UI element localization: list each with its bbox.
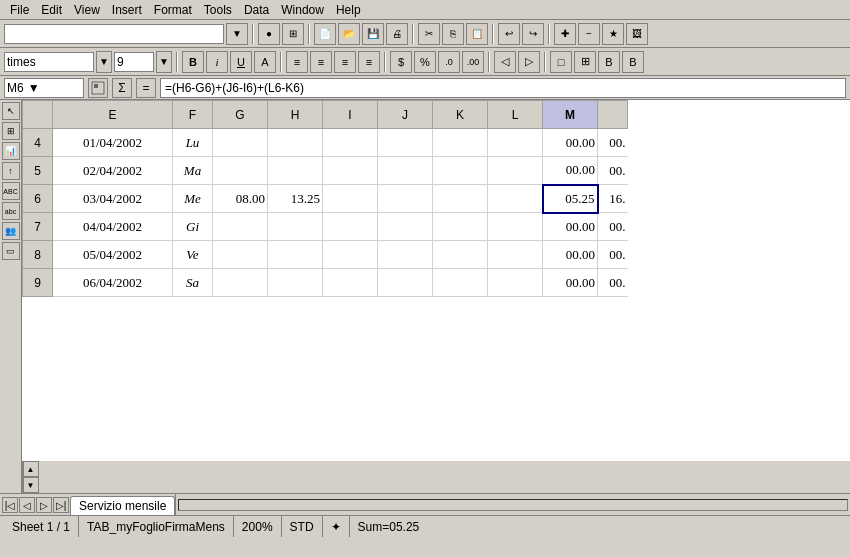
h-scrollbar-track[interactable]: [178, 499, 848, 511]
equals-btn[interactable]: =: [136, 78, 156, 98]
scroll-down-arrow[interactable]: ▼: [23, 477, 39, 493]
sidebar-icon-2[interactable]: ⊞: [2, 122, 20, 140]
borders-btn[interactable]: □: [550, 51, 572, 73]
align-center-btn[interactable]: ≡: [310, 51, 332, 73]
italic-btn[interactable]: i: [206, 51, 228, 73]
paste-btn[interactable]: 📋: [466, 23, 488, 45]
cell-n-8[interactable]: 00.: [598, 241, 628, 269]
cell-l-4[interactable]: [488, 129, 543, 157]
cell-g-4[interactable]: [213, 129, 268, 157]
cell-n-9[interactable]: 00.: [598, 269, 628, 297]
cell-k-7[interactable]: [433, 213, 488, 241]
circle-btn[interactable]: ●: [258, 23, 280, 45]
cell-g-5[interactable]: [213, 157, 268, 185]
sidebar-icon-3[interactable]: 📊: [2, 142, 20, 160]
cell-l-8[interactable]: [488, 241, 543, 269]
sheet-tab-active[interactable]: Servizio mensile: [70, 496, 175, 515]
menu-tools[interactable]: Tools: [198, 1, 238, 19]
indent-dec-btn[interactable]: ◁: [494, 51, 516, 73]
tab-nav-last[interactable]: ▷|: [53, 497, 69, 513]
cell-i-9[interactable]: [323, 269, 378, 297]
sidebar-icon-5[interactable]: ABC: [2, 182, 20, 200]
cell-e-8[interactable]: 05/04/2002: [53, 241, 173, 269]
cell-g-9[interactable]: [213, 269, 268, 297]
menu-window[interactable]: Window: [275, 1, 330, 19]
cell-e-4[interactable]: 01/04/2002: [53, 129, 173, 157]
tab-nav-first[interactable]: |◁: [2, 497, 18, 513]
cell-n-6[interactable]: 16.: [598, 185, 628, 213]
grid-btn[interactable]: ⊞: [282, 23, 304, 45]
tab-nav-next[interactable]: ▷: [36, 497, 52, 513]
indent-inc-btn[interactable]: ▷: [518, 51, 540, 73]
dropdown-arrow-btn[interactable]: ▼: [226, 23, 248, 45]
col-header-l[interactable]: L: [488, 101, 543, 129]
cell-g-6[interactable]: 08.00: [213, 185, 268, 213]
cell-l-5[interactable]: [488, 157, 543, 185]
cell-k-4[interactable]: [433, 129, 488, 157]
cell-h-8[interactable]: [268, 241, 323, 269]
cut-btn[interactable]: ✂: [418, 23, 440, 45]
cell-n-5[interactable]: 00.: [598, 157, 628, 185]
new-btn[interactable]: 📄: [314, 23, 336, 45]
cell-i-4[interactable]: [323, 129, 378, 157]
plus-btn[interactable]: ✚: [554, 23, 576, 45]
col-header-h[interactable]: H: [268, 101, 323, 129]
menu-view[interactable]: View: [68, 1, 106, 19]
align-left-btn[interactable]: ≡: [286, 51, 308, 73]
tab-nav-prev[interactable]: ◁: [19, 497, 35, 513]
sidebar-icon-1[interactable]: ↖: [2, 102, 20, 120]
menu-insert[interactable]: Insert: [106, 1, 148, 19]
col-header-f[interactable]: F: [173, 101, 213, 129]
cell-i-7[interactable]: [323, 213, 378, 241]
redo-btn[interactable]: ↪: [522, 23, 544, 45]
cell-f-9[interactable]: Sa: [173, 269, 213, 297]
minus-btn[interactable]: −: [578, 23, 600, 45]
cell-ref-dropdown[interactable]: ▼: [28, 81, 40, 95]
url-bar[interactable]: [4, 24, 224, 44]
cell-h-4[interactable]: [268, 129, 323, 157]
undo-btn[interactable]: ↩: [498, 23, 520, 45]
cell-m-9[interactable]: 00.00: [543, 269, 598, 297]
cell-l-6[interactable]: [488, 185, 543, 213]
scroll-up-arrow[interactable]: ▲: [23, 461, 39, 477]
percent-btn[interactable]: %: [414, 51, 436, 73]
decimal1-btn[interactable]: .0: [438, 51, 460, 73]
col-header-k[interactable]: K: [433, 101, 488, 129]
col-header-j[interactable]: J: [378, 101, 433, 129]
sidebar-icon-4[interactable]: ↑: [2, 162, 20, 180]
cell-k-8[interactable]: [433, 241, 488, 269]
cell-i-8[interactable]: [323, 241, 378, 269]
cell-m-5[interactable]: 00.00: [543, 157, 598, 185]
cell-k-6[interactable]: [433, 185, 488, 213]
font-size-input[interactable]: 9: [114, 52, 154, 72]
cell-f-6[interactable]: Me: [173, 185, 213, 213]
formula-input[interactable]: [160, 78, 846, 98]
bold-btn[interactable]: B: [182, 51, 204, 73]
cell-n-7[interactable]: 00.: [598, 213, 628, 241]
cell-m-4[interactable]: 00.00: [543, 129, 598, 157]
cell-j-4[interactable]: [378, 129, 433, 157]
font-name-dropdown[interactable]: ▼: [96, 51, 112, 73]
cell-j-9[interactable]: [378, 269, 433, 297]
cell-f-5[interactable]: Ma: [173, 157, 213, 185]
col-header-i[interactable]: I: [323, 101, 378, 129]
cell-j-5[interactable]: [378, 157, 433, 185]
cell-e-7[interactable]: 04/04/2002: [53, 213, 173, 241]
cell-h-5[interactable]: [268, 157, 323, 185]
cell-m-7[interactable]: 00.00: [543, 213, 598, 241]
sigma-btn[interactable]: Σ: [112, 78, 132, 98]
cell-f-8[interactable]: Ve: [173, 241, 213, 269]
cell-m-8[interactable]: 00.00: [543, 241, 598, 269]
cell-h-9[interactable]: [268, 269, 323, 297]
font-color-btn[interactable]: A: [254, 51, 276, 73]
cell-m-6[interactable]: 05.25: [543, 185, 598, 213]
copy-btn[interactable]: ⎘: [442, 23, 464, 45]
image-btn[interactable]: 🖼: [626, 23, 648, 45]
col-header-n[interactable]: [598, 101, 628, 129]
cell-l-9[interactable]: [488, 269, 543, 297]
font-name-input[interactable]: times: [4, 52, 94, 72]
col-header-e[interactable]: E: [53, 101, 173, 129]
cell-e-9[interactable]: 06/04/2002: [53, 269, 173, 297]
horizontal-scroll[interactable]: [175, 494, 850, 515]
cell-j-8[interactable]: [378, 241, 433, 269]
